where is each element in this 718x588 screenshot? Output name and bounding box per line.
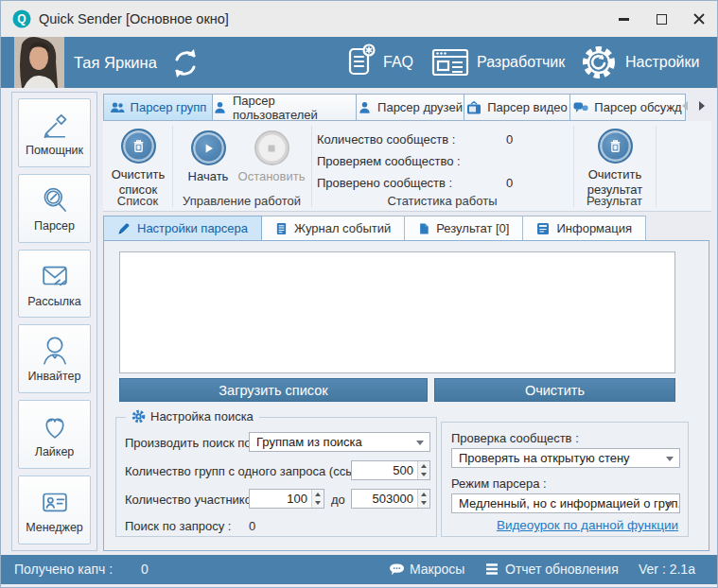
sidebar-item-liker[interactable]: Лайкер bbox=[18, 400, 91, 469]
sidebar-item-parser[interactable]: Парсер bbox=[18, 174, 91, 243]
update-report-item[interactable]: Отчет обновления bbox=[505, 555, 619, 584]
sidebar-item-label: Помощник bbox=[26, 144, 83, 157]
macros-item[interactable]: Макросы bbox=[410, 555, 464, 584]
tab-label: Парсер видео bbox=[487, 100, 568, 114]
tab-label: Парсер обсужд bbox=[594, 100, 681, 114]
tab-scroll-right[interactable] bbox=[699, 101, 705, 111]
check-select[interactable]: Проверять на открытую стену bbox=[451, 448, 680, 468]
check-value: Проверять на открытую стену bbox=[459, 451, 630, 465]
search-settings-title: Настройка поиска bbox=[150, 409, 254, 424]
query-label: Поиск по запросу : bbox=[125, 519, 231, 533]
sidebar-item-helper[interactable]: Помощник bbox=[18, 98, 91, 167]
search-by-select[interactable]: Группам из поиска bbox=[249, 432, 430, 452]
subtab-label: Журнал событий bbox=[294, 221, 391, 235]
app-window: Q Quick Sender [Основное окно] Тая Яркин… bbox=[0, 0, 718, 588]
sidebar-item-manager[interactable]: Менеджер bbox=[18, 476, 91, 545]
stop-label: Остановить bbox=[238, 169, 306, 184]
groups-per-query-input[interactable]: 500 bbox=[351, 460, 430, 480]
sidebar-item-label: Парсер bbox=[34, 219, 75, 233]
refresh-icon[interactable] bbox=[169, 47, 201, 79]
tab-parser-discussions[interactable]: Парсер обсужд bbox=[570, 94, 686, 121]
search-by-label: Производить поиск по : bbox=[125, 436, 258, 450]
subtab-parser-settings[interactable]: Настройки парсера bbox=[103, 216, 262, 241]
close-icon bbox=[693, 13, 705, 25]
tab-parser-users[interactable]: Парсер пользователей bbox=[213, 94, 357, 121]
stat-row: Проверяем сообщество : bbox=[317, 150, 513, 172]
mode-select[interactable]: Медленный, но с информацией о груп... bbox=[451, 493, 680, 513]
tv-icon bbox=[466, 101, 482, 114]
spin-up-icon[interactable] bbox=[418, 490, 429, 499]
subtab-label: Информация bbox=[556, 221, 632, 235]
subtab-event-log[interactable]: Журнал событий bbox=[262, 216, 405, 241]
spin-up-icon[interactable] bbox=[418, 461, 429, 471]
app-logo-icon: Q bbox=[12, 9, 31, 28]
group-list-textarea[interactable] bbox=[119, 251, 675, 373]
play-icon bbox=[201, 141, 216, 156]
spinner-buttons[interactable] bbox=[417, 490, 429, 508]
sub-tabbar: Настройки парсера Журнал событий Результ… bbox=[103, 216, 646, 241]
search-settings-legend: Настройка поиска bbox=[126, 409, 259, 424]
avatar[interactable] bbox=[14, 37, 64, 88]
stop-button[interactable]: Остановить bbox=[236, 130, 307, 184]
chat-icon bbox=[573, 101, 588, 114]
sidebar: Помощник Парсер Рассылка Инвайтер bbox=[11, 92, 97, 551]
main-tabbar: Парсер групп Парсер пользователей Парсер… bbox=[103, 94, 686, 121]
search-settings-group: Настройка поиска Производить поиск по : … bbox=[115, 417, 437, 537]
search-by-value: Группам из поиска bbox=[256, 435, 362, 449]
sidebar-item-label: Рассылка bbox=[27, 295, 80, 308]
members-label: Количество участников : bbox=[125, 493, 265, 507]
start-button[interactable]: Начать bbox=[183, 130, 234, 184]
window-title: Quick Sender [Основное окно] bbox=[39, 1, 229, 37]
spin-down-icon[interactable] bbox=[418, 499, 429, 509]
nav-faq[interactable]: FAQ bbox=[347, 37, 413, 88]
tab-parser-friends[interactable]: Парсер друзей bbox=[357, 94, 464, 121]
check-label: Проверка сообществ : bbox=[451, 431, 579, 445]
tab-scroll-left[interactable] bbox=[682, 101, 688, 111]
maximize-button[interactable] bbox=[649, 8, 674, 30]
clear-button[interactable]: Очистить bbox=[434, 378, 675, 402]
nav-settings[interactable]: Настройки bbox=[580, 37, 699, 88]
sidebar-item-mailing[interactable]: Рассылка bbox=[18, 250, 91, 319]
spin-down-icon[interactable] bbox=[418, 471, 429, 480]
video-tutorial-link[interactable]: Видеоурок по данной функции bbox=[497, 518, 678, 532]
tab-parser-video[interactable]: Парсер видео bbox=[464, 94, 570, 121]
stat-row: Проверено сообществ : 0 bbox=[317, 172, 513, 194]
chat-bubble-icon bbox=[389, 562, 405, 579]
sidebar-item-inviter[interactable]: Инвайтер bbox=[18, 324, 91, 393]
spin-down-icon[interactable] bbox=[312, 499, 324, 509]
faq-icon bbox=[347, 43, 376, 82]
clear-result-button[interactable]: Очистить результат bbox=[576, 129, 654, 199]
subtab-information[interactable]: Информация bbox=[523, 216, 646, 241]
close-button[interactable] bbox=[687, 8, 711, 30]
nav-faq-label: FAQ bbox=[383, 54, 413, 71]
load-list-button[interactable]: Загрузить список bbox=[119, 378, 428, 402]
scroll-left-icon bbox=[682, 101, 688, 111]
stop-icon bbox=[264, 141, 279, 156]
user-icon bbox=[213, 101, 227, 114]
clear-list-button[interactable]: Очистить список bbox=[106, 129, 170, 199]
nav-developer[interactable]: Разработчик bbox=[431, 37, 565, 88]
trash-icon bbox=[131, 138, 147, 154]
members-min-input[interactable]: 100 bbox=[249, 489, 324, 509]
pen-icon bbox=[117, 222, 131, 235]
members-to-label: до bbox=[331, 493, 345, 507]
spinner-buttons[interactable] bbox=[417, 461, 429, 479]
tab-parser-groups[interactable]: Парсер групп bbox=[103, 94, 213, 121]
spinner-buttons[interactable] bbox=[311, 490, 324, 508]
titlebar[interactable]: Q Quick Sender [Основное окно] bbox=[1, 1, 718, 37]
spin-up-icon[interactable] bbox=[312, 490, 324, 499]
nav-developer-label: Разработчик bbox=[477, 54, 565, 71]
minimize-button[interactable] bbox=[611, 8, 636, 30]
sidebar-item-label: Инвайтер bbox=[28, 370, 81, 383]
stats-block: Количество сообществ : 0 Проверяем сообщ… bbox=[317, 129, 513, 194]
developer-icon bbox=[431, 47, 469, 78]
stat-label: Количество сообществ : bbox=[317, 132, 489, 147]
magnifier-icon bbox=[37, 184, 73, 216]
subtab-result[interactable]: Результат [0] bbox=[405, 216, 523, 241]
stat-label: Проверено сообществ : bbox=[317, 176, 489, 190]
person-icon bbox=[37, 335, 73, 367]
user-icon bbox=[358, 101, 372, 114]
subtab-label: Настройки парсера bbox=[137, 221, 248, 235]
members-max-input[interactable]: 503000 bbox=[351, 489, 430, 509]
user-name: Тая Яркина bbox=[74, 37, 157, 88]
